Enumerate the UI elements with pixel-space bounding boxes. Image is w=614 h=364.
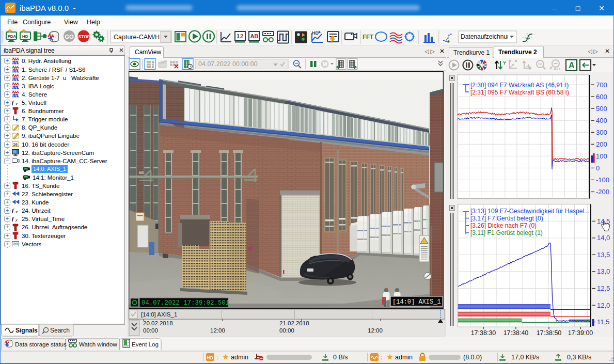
svg-text:00:00: 00:00 — [279, 327, 294, 334]
svg-text:f: f — [12, 207, 14, 213]
svg-text:12:00: 12:00 — [210, 327, 225, 334]
svg-text:Watch window: Watch window — [79, 341, 117, 347]
svg-text:2: 2 — [240, 33, 243, 39]
svg-text:04.07.2022 00:00:00: 04.07.2022 00:00:00 — [198, 60, 258, 68]
svg-text:12,5: 12,5 — [597, 284, 610, 292]
svg-text:Y: Y — [503, 60, 506, 66]
svg-text:13,0: 13,0 — [597, 267, 610, 275]
svg-text:[14:0] AXIS_1: [14:0] AXIS_1 — [392, 298, 441, 306]
svg-text:HD: HD — [312, 30, 319, 36]
svg-text:700: 700 — [596, 81, 607, 89]
svg-text:17:38:40: 17:38:40 — [503, 329, 529, 337]
svg-text:1: 1 — [237, 33, 240, 39]
svg-text:[2:30] 094 F7 Walzkraft AS (46: [2:30] 094 F7 Walzkraft AS (46,91 t) — [470, 82, 569, 89]
svg-text:300: 300 — [596, 129, 607, 136]
svg-text:17,0 KB/s: 17,0 KB/s — [511, 354, 539, 361]
svg-text:Capture-CAM/H: Capture-CAM/H — [114, 34, 160, 41]
svg-text:17:38:50: 17:38:50 — [537, 329, 562, 337]
svg-text:x: x — [15, 209, 18, 214]
svg-text:B: B — [255, 33, 259, 39]
svg-text:200: 200 — [596, 140, 607, 148]
svg-text:FFT: FFT — [363, 34, 373, 40]
svg-text:f: f — [12, 99, 14, 105]
svg-text:[3.11] F1 Gerüst belegt (1): [3.11] F1 Gerüst belegt (1) — [470, 229, 543, 236]
svg-text:04.07.2022 17:39:02.501: 04.07.2022 17:39:02.501 — [141, 299, 229, 307]
svg-text:(8.0.0): (8.0.0) — [463, 354, 482, 361]
svg-text::: : — [216, 354, 218, 361]
svg-text:[14:0] AXIS_1: [14:0] AXIS_1 — [141, 311, 177, 318]
svg-text:13,5: 13,5 — [597, 251, 610, 259]
svg-text:Signals: Signals — [15, 327, 38, 334]
svg-text:[3.17] F7 Gerüst belegt (0): [3.17] F7 Gerüst belegt (0) — [470, 215, 543, 222]
svg-text:2D: 2D — [13, 242, 18, 246]
svg-text:20.02.2018: 20.02.2018 — [143, 320, 173, 326]
svg-text:-100: -100 — [596, 176, 609, 184]
svg-text:100: 100 — [596, 152, 607, 160]
svg-text:Data storage status: Data storage status — [15, 341, 67, 347]
svg-text:17:39:00: 17:39:00 — [568, 329, 593, 337]
svg-text:12:00: 12:00 — [368, 327, 383, 334]
svg-text:A: A — [250, 33, 255, 39]
svg-text:0,3 KB/s: 0,3 KB/s — [567, 354, 591, 361]
svg-text:00:00: 00:00 — [143, 327, 158, 334]
svg-text:Search: Search — [50, 327, 70, 334]
svg-text::: : — [381, 354, 382, 361]
svg-text:HD: HD — [207, 355, 213, 360]
svg-text:0 B/s: 0 B/s — [333, 354, 348, 361]
svg-text:[3.26] Dicke nach F7 (0): [3.26] Dicke nach F7 (0) — [470, 222, 537, 229]
svg-text:ALL: ALL — [554, 67, 562, 71]
svg-text:[3:13] 109 F7-Geschwindigkeit: [3:13] 109 F7-Geschwindigkeit für Haspel… — [470, 208, 589, 215]
svg-text:21.02.2018: 21.02.2018 — [279, 320, 309, 326]
svg-text:STOP: STOP — [78, 34, 90, 39]
svg-text:Event Log: Event Log — [132, 341, 159, 347]
svg-text:-200: -200 — [596, 188, 609, 196]
svg-text:[2:31] 095 F7 Walzkraft BS (60: [2:31] 095 F7 Walzkraft BS (60,58 t) — [470, 89, 569, 96]
svg-text:admin: admin — [395, 354, 413, 361]
svg-text:400: 400 — [596, 117, 607, 124]
svg-text:x: x — [15, 101, 18, 106]
svg-text:0: 0 — [596, 164, 600, 172]
svg-text:11,5: 11,5 — [597, 318, 609, 326]
svg-text:M: M — [323, 61, 327, 67]
svg-text:500: 500 — [596, 105, 607, 113]
svg-text:admin: admin — [231, 354, 248, 361]
svg-text:12,0: 12,0 — [597, 302, 610, 309]
svg-text:17:38:30: 17:38:30 — [471, 329, 496, 337]
svg-text:16: 16 — [13, 142, 18, 147]
svg-text:x: x — [15, 217, 18, 223]
svg-text:f: f — [12, 215, 14, 221]
svg-text:PDA: PDA — [8, 34, 17, 39]
svg-text:14,0: 14,0 — [597, 234, 610, 242]
svg-text:GO: GO — [65, 34, 74, 40]
svg-text:Datenaufzeichnun: Datenaufzeichnun — [461, 33, 511, 40]
svg-text:A: A — [569, 61, 575, 70]
svg-text:600: 600 — [596, 93, 607, 101]
svg-text:HD: HD — [22, 34, 28, 39]
